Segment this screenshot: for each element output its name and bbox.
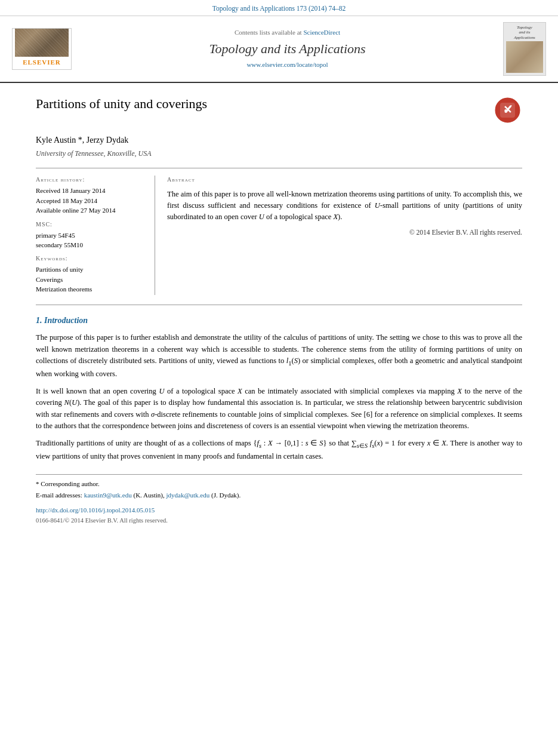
journal-header: ELSEVIER Contents lists available at Sci… (0, 16, 558, 83)
authors: Kyle Austin *, Jerzy Dydak (36, 134, 522, 146)
affiliation: University of Tennessee, Knoxville, USA (36, 149, 522, 159)
intro-paragraph-2: It is well known that an open covering U… (36, 386, 522, 432)
doi-line: http://dx.doi.org/10.1016/j.topol.2014.0… (36, 506, 522, 515)
corresponding-author-note: * Corresponding author. (36, 480, 522, 488)
crossmark-badge[interactable]: ✕ ✓ (492, 95, 522, 125)
msc-primary: primary 54F45 (36, 231, 145, 240)
intro-paragraph-3: Traditionally partitions of unity are th… (36, 438, 522, 462)
email-addresses: E-mail addresses: kaustin9@utk.edu (K. A… (36, 491, 522, 500)
keyword-3: Metrization theorems (36, 285, 145, 294)
abstract-label: Abstract (167, 176, 522, 184)
cover-image (506, 41, 543, 73)
elsevier-brand: ELSEVIER (23, 58, 61, 67)
intro-paragraph-1: The purpose of this paper is to further … (36, 332, 522, 380)
copyright-notice: © 2014 Elsevier B.V. All rights reserved… (167, 228, 522, 237)
article-history-label: Article history: (36, 176, 145, 184)
available-date: Available online 27 May 2014 (36, 206, 145, 215)
svg-text:✓: ✓ (502, 102, 513, 117)
paper-title: Partitions of unity and coverings (36, 95, 492, 113)
journal-url-link[interactable]: www.elsevier.com/locate/topol (246, 61, 328, 68)
top-bar: Topology and its Applications 173 (2014)… (0, 0, 558, 16)
msc-label: MSC: (36, 220, 145, 229)
crossmark-icon: ✕ ✓ (494, 97, 521, 124)
footnote-area: * Corresponding author. E-mail addresses… (36, 474, 522, 500)
email-link-2[interactable]: jdydak@utk.edu (167, 491, 210, 499)
keywords-label: Keywords: (36, 254, 145, 263)
doi-link[interactable]: http://dx.doi.org/10.1016/j.topol.2014.0… (36, 506, 155, 514)
email-link-1[interactable]: kaustin9@utk.edu (84, 491, 132, 499)
journal-center: Contents lists available at ScienceDirec… (78, 28, 497, 70)
article-info: Article history: Received 18 January 201… (36, 176, 155, 294)
abstract-section: Abstract The aim of this paper is to pro… (167, 176, 522, 294)
paper-title-section: Partitions of unity and coverings ✕ ✓ (36, 95, 522, 130)
journal-cover-thumbnail: Topologyand itsApplications (503, 22, 546, 76)
keyword-2: Coverings (36, 275, 145, 284)
journal-url: www.elsevier.com/locate/topol (78, 60, 497, 69)
journal-title: Topology and its Applications (78, 40, 497, 59)
sciencedirect-link[interactable]: ScienceDirect (303, 29, 340, 36)
cover-title-text: Topologyand itsApplications (514, 25, 535, 40)
article-body: Article history: Received 18 January 201… (36, 168, 522, 294)
issn-line: 0166-8641/© 2014 Elsevier B.V. All right… (36, 517, 522, 525)
contents-list-text: Contents lists available at ScienceDirec… (78, 28, 497, 37)
abstract-text: The aim of this paper is to prove all we… (167, 189, 522, 222)
journal-citation: Topology and its Applications 173 (2014)… (212, 5, 346, 12)
keyword-1: Partitions of unity (36, 265, 145, 274)
accepted-date: Accepted 18 May 2014 (36, 196, 145, 205)
main-content: Partitions of unity and coverings ✕ ✓ Ky… (0, 83, 558, 537)
received-date: Received 18 January 2014 (36, 186, 145, 195)
section-divider (36, 305, 522, 305)
introduction-heading: 1. Introduction (36, 315, 522, 327)
elsevier-logo: ELSEVIER (12, 28, 72, 70)
elsevier-logo-image (15, 29, 69, 57)
msc-secondary: secondary 55M10 (36, 241, 145, 250)
